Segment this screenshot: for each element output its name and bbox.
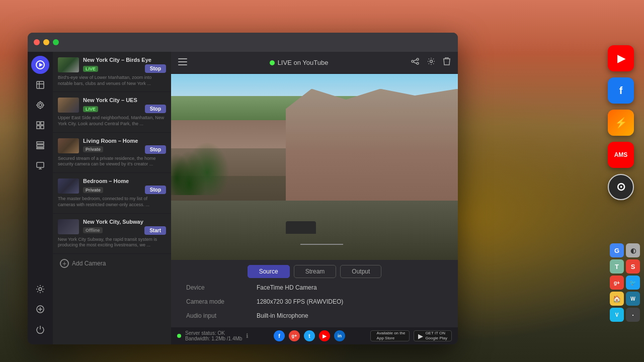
stop-button-nyc-ues[interactable]: Stop [145,105,166,113]
mini-wp-icon[interactable]: W [626,292,640,306]
close-button[interactable] [34,39,40,45]
mini-t-icon[interactable]: T [610,259,624,274]
dock-ams-icon[interactable]: AMS [608,142,634,168]
sidebar-icon-monitor[interactable] [31,156,49,174]
social-google-icon[interactable]: g+ [289,330,300,341]
channel-list: New York City – Birds Eye LIVE Stop Bird… [53,52,171,344]
bandwidth-text: Bandwidth: 1.2Mb /1.4Mb [185,336,242,341]
main-content: LIVE on YouTube [171,52,458,344]
status-bar: Server status: OK Bandwidth: 1.2Mb /1.4M… [171,327,458,344]
channel-thumb-nyc-ues [58,98,79,113]
channel-title-nyc-subway: New York City, Subway [83,219,166,225]
live-indicator: LIVE on YouTube [270,59,329,66]
channel-title-nyc-birds: New York City – Birds Eye [83,57,166,63]
stop-button-nyc-birds[interactable]: Stop [145,64,166,73]
stop-button-bedroom[interactable]: Stop [145,186,166,194]
channel-item-nyc-subway[interactable]: New York City, Subway Offline Start New … [53,214,171,254]
channel-desc-nyc-subway: New York City Subway, the rapid transit … [58,237,166,248]
camera-mode-value: 644x362 30 FPS (RAWVIDEO) [257,298,443,305]
status-badge-nyc-ues: LIVE [83,106,98,112]
mini-tw-icon[interactable]: 🐦 [626,276,640,290]
channel-thumb-nyc-subway [58,219,79,234]
menu-icon[interactable] [178,58,187,67]
start-button-nyc-subway[interactable]: Start [144,226,166,235]
channel-item-bedroom[interactable]: Bedroom – Home Private Stop The master b… [53,173,171,213]
tab-stream[interactable]: Stream [294,265,337,278]
device-value: FaceTime HD Camera [257,284,443,291]
sidebar-icon-target[interactable] [31,96,49,114]
channel-desc-nyc-ues: Upper East Side and neighborhood, Manhat… [58,115,166,127]
minimize-button[interactable] [43,39,49,45]
svg-rect-12 [41,126,44,129]
sidebar-icon-grid[interactable] [31,116,49,134]
svg-rect-16 [37,162,44,167]
social-facebook-icon[interactable]: f [274,330,285,341]
mini-v-icon[interactable]: V [610,308,624,322]
svg-rect-13 [37,142,44,144]
status-badge-nyc-subway: Offline [83,227,103,233]
add-camera-button[interactable]: + Add Camera [53,254,171,273]
svg-line-22 [414,60,417,61]
mini-gplus-icon[interactable]: g+ [610,276,624,290]
sidebar-icon-layers[interactable] [31,136,49,154]
server-status-text: Server status: OK [185,330,242,336]
tab-source[interactable]: Source [248,265,290,278]
mini-google-icon[interactable]: G [610,243,624,257]
stop-button-living-room[interactable]: Stop [145,145,166,154]
share-button[interactable] [411,57,420,68]
svg-point-24 [430,60,433,63]
video-car [286,221,316,234]
store-badges: Available on theApp Store ▶ GET IT ONGoo… [370,330,452,341]
mini-s-icon[interactable]: S [626,259,640,274]
svg-rect-10 [41,122,44,125]
status-badge-living-room: Private [83,146,103,152]
dock-s5-icon[interactable]: ⊙ [608,174,634,200]
channel-title-nyc-ues: New York City – UES [83,97,166,103]
channel-desc-living-room: Secured stream of a private residence, t… [58,156,166,167]
sidebar-icon-power[interactable] [31,320,49,338]
svg-rect-15 [37,148,44,149]
tab-output[interactable]: Output [340,265,381,278]
dock-thunder-icon[interactable]: ⚡ [608,110,634,136]
audio-input-value: Built-in Microphone [257,312,443,319]
maximize-button[interactable] [53,39,59,45]
source-info: Device FaceTime HD Camera Camera mode 12… [171,278,458,327]
channel-desc-nyc-birds: Bird's-eye view of Lower Manhattan, zoom… [58,75,166,86]
dock-youtube-icon[interactable]: ▶ [608,45,634,71]
channel-item-nyc-ues[interactable]: New York City – UES LIVE Stop Upper East… [53,92,171,132]
settings-button[interactable] [427,57,436,68]
svg-rect-21 [178,64,187,65]
channel-item-living-room[interactable]: Living Room – Home Private Stop Secured … [53,133,171,173]
status-left: Server status: OK Bandwidth: 1.2Mb /1.4M… [177,330,249,341]
sidebar-icon-add[interactable] [31,300,49,318]
channel-item-nyc-birds[interactable]: New York City – Birds Eye LIVE Stop Bird… [53,52,171,92]
mini-browser-icon[interactable]: ◐ [626,243,640,257]
top-bar-actions [411,57,451,68]
social-twitter-icon[interactable]: t [304,330,315,341]
social-linkedin-icon[interactable]: in [334,330,345,341]
sidebar-icon-map[interactable] [31,76,49,94]
dock-facebook-icon[interactable]: f [608,77,634,104]
sidebar-icons [28,52,53,344]
svg-rect-19 [178,58,187,59]
mini-dock-cluster: G ◐ T S g+ 🐦 🏠 W V · [610,243,640,322]
delete-button[interactable] [443,57,451,68]
channel-thumb-bedroom [58,178,79,194]
googleplay-badge[interactable]: ▶ GET IT ONGoogle Play [414,330,452,341]
status-badge-nyc-birds: LIVE [83,66,98,72]
svg-line-23 [414,62,417,64]
sidebar-icon-settings[interactable] [31,280,49,298]
googleplay-label: GET IT ONGoogle Play [425,331,447,340]
appstore-badge[interactable]: Available on theApp Store [370,330,410,341]
sidebar-icon-live[interactable] [31,56,49,74]
live-status-text: LIVE on YouTube [278,59,329,66]
mini-extra-icon[interactable]: · [626,308,640,322]
social-youtube-icon[interactable]: ▶ [319,330,330,341]
social-icons-bar: f g+ t ▶ in [274,330,345,341]
channel-thumb-living-room [58,138,79,153]
mini-yellow-icon[interactable]: 🏠 [610,292,624,306]
video-trees-left [171,83,291,195]
server-status-dot [177,334,181,338]
add-camera-label: Add Camera [72,260,106,267]
add-camera-icon: + [60,259,69,268]
